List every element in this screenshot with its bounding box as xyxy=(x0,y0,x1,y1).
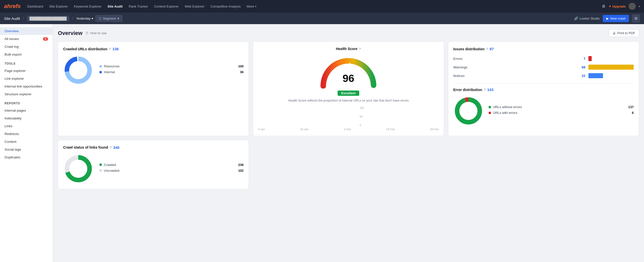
site-selector[interactable]: ████████████████ xyxy=(27,16,69,21)
issues-count: 97 xyxy=(490,47,494,51)
crawl-status-donut xyxy=(63,154,93,184)
warnings-row: Warnings 68 xyxy=(453,65,634,70)
internal-legend-item: Internal 36 xyxy=(99,70,244,74)
how-to-use-link[interactable]: ? How to use xyxy=(85,31,107,35)
sidebar-item-overview[interactable]: Overview xyxy=(0,27,53,35)
sidebar-item-content[interactable]: Content xyxy=(0,138,53,146)
tools-section-label: Tools xyxy=(0,58,53,67)
excellent-badge: Excellent xyxy=(338,91,359,96)
crawl-status-donut-area: Crawled 238 Uncrawled 102 xyxy=(63,154,244,184)
page-title-area: Overview ? How to use xyxy=(58,30,107,36)
sidebar-item-page-explorer[interactable]: Page explorer xyxy=(0,67,53,75)
crawl-status-count: 340 xyxy=(113,145,119,150)
print-icon: 🖨 xyxy=(613,31,616,35)
monitor-icon[interactable]: 🖥 xyxy=(601,4,606,9)
errors-bar-container xyxy=(588,56,634,61)
error-distribution-donut xyxy=(453,96,484,126)
nav-rank-tracker[interactable]: Rank Tracker xyxy=(126,3,150,10)
sidebar-item-structure-explorer[interactable]: Structure explorer xyxy=(0,90,53,98)
error-distribution-help-icon[interactable]: ? xyxy=(484,88,486,92)
nav-content-explorer[interactable]: Content Explorer xyxy=(152,3,181,10)
top-navigation: ahrefs Dashboard Site Explorer Keywords … xyxy=(0,0,644,13)
notices-bar xyxy=(588,73,603,78)
nav-competitive-analysis[interactable]: Competitive Analysis xyxy=(208,3,243,10)
separator-2: / xyxy=(72,16,73,20)
sidebar-item-crawl-log[interactable]: Crawl log xyxy=(0,43,53,51)
crawl-status-legend: Crawled 238 Uncrawled 102 xyxy=(99,163,244,174)
sidebar-item-internal-pages[interactable]: Internal pages xyxy=(0,107,53,114)
issues-help-icon[interactable]: ? xyxy=(486,47,488,51)
segment-icon: ⬡ xyxy=(99,17,101,20)
sidebar: Overview All issues 5 Crawl log Bulk exp… xyxy=(0,24,53,262)
crawled-legend-item: Crawled 238 xyxy=(99,163,244,167)
with-errors-value: 6 xyxy=(632,111,634,115)
sidebar-item-bulk-export[interactable]: Bulk export xyxy=(0,51,53,58)
period-selector[interactable]: Yesterday ▾ xyxy=(76,17,93,20)
warnings-bar xyxy=(588,65,634,70)
health-score-help-icon[interactable]: ? xyxy=(359,47,361,51)
subnav-right-area: 🔗 Looker Studio ▶ New crawl ⚙ xyxy=(574,14,640,22)
looker-icon: 🔗 xyxy=(574,17,578,20)
nav-web-explorer[interactable]: Web Explorer xyxy=(182,3,207,10)
health-score-description: Health Score reflects the proportion of … xyxy=(288,98,409,103)
crawled-urls-donut-area: Resources 100 Internal 36 xyxy=(63,55,244,85)
error-distribution-donut-area: URLs without errors 137 URLs with errors… xyxy=(453,96,634,126)
sidebar-item-redirects[interactable]: Redirects xyxy=(0,130,53,138)
avatar[interactable] xyxy=(629,3,636,10)
no-errors-legend-item: URLs without errors 137 xyxy=(489,105,634,109)
crawled-urls-card: Crawled URLs distribution ? 136 xyxy=(58,41,249,136)
sidebar-item-social-tags[interactable]: Social tags xyxy=(0,146,53,153)
page-title: Overview xyxy=(58,30,83,36)
issues-rows: Errors 7 Warnings 68 Notic xyxy=(453,56,634,78)
dashboard-grid: Crawled URLs distribution ? 136 xyxy=(58,41,639,136)
error-distribution-section: Error distribution ? 143 xyxy=(453,83,634,126)
nav-dashboard[interactable]: Dashboard xyxy=(25,3,46,10)
sidebar-item-duplicates[interactable]: Duplicates xyxy=(0,153,53,161)
second-row-grid: Crawl status of links found ? 340 xyxy=(58,140,639,189)
nav-more[interactable]: More ▾ xyxy=(244,3,259,10)
timeline-x-labels: 4 Jan 18 Jan 1 Feb 15 Feb 29 Feb xyxy=(258,128,438,131)
sidebar-item-internal-link-opportunities[interactable]: Internal link opportunities xyxy=(0,82,53,90)
period-chevron-icon: ▾ xyxy=(92,17,93,20)
new-crawl-button[interactable]: ▶ New crawl xyxy=(603,15,629,22)
gear-icon: ⚙ xyxy=(634,16,638,21)
crawl-status-help-icon[interactable]: ? xyxy=(110,146,112,149)
print-to-pdf-button[interactable]: 🖨 Print to PDF xyxy=(609,29,639,37)
sidebar-item-indexability[interactable]: Indexability xyxy=(0,114,53,122)
resources-value: 100 xyxy=(238,64,244,68)
svg-point-2 xyxy=(70,62,87,78)
upgrade-button[interactable]: ✦ Upgrade xyxy=(609,5,626,8)
sidebar-item-link-explorer[interactable]: Link explorer xyxy=(0,75,53,82)
crawled-urls-help-icon[interactable]: ? xyxy=(109,47,111,51)
reports-section-label: Reports xyxy=(0,98,53,107)
main-content: Overview ? How to use 🖨 Print to PDF Cra… xyxy=(53,24,644,262)
error-distribution-legend: URLs without errors 137 URLs with errors… xyxy=(489,105,634,117)
uncrawled-legend-item: Uncrawled 102 xyxy=(99,169,244,172)
issues-distribution-title: Issues distribution ? 97 xyxy=(453,47,634,51)
logo[interactable]: ahrefs xyxy=(4,3,21,10)
error-distribution-title: Error distribution ? 143 xyxy=(453,88,634,92)
svg-point-9 xyxy=(70,160,87,177)
health-timeline: 100 50 0 xyxy=(340,107,356,127)
segment-selector[interactable]: ⬡ Segment ▾ xyxy=(95,15,123,22)
crawl-status-card: Crawl status of links found ? 340 xyxy=(58,140,249,189)
health-score-gauge: 96 xyxy=(318,56,379,89)
plus-icon: ✦ xyxy=(609,5,611,8)
crawled-urls-legend: Resources 100 Internal 36 xyxy=(99,64,244,76)
errors-row: Errors 7 xyxy=(453,56,634,61)
nav-site-audit[interactable]: Site Audit xyxy=(105,3,125,10)
crawl-status-title: Crawl status of links found ? 340 xyxy=(63,145,244,150)
segment-chevron-icon: ▾ xyxy=(117,17,119,20)
account-chevron-icon[interactable]: ▾ xyxy=(639,5,640,8)
subnav-title: Site Audit xyxy=(4,16,20,21)
looker-studio-button[interactable]: 🔗 Looker Studio xyxy=(574,17,600,20)
notices-count: 22 xyxy=(578,74,585,78)
nav-site-explorer[interactable]: Site Explorer xyxy=(47,3,70,10)
settings-button[interactable]: ⚙ xyxy=(632,14,640,22)
nav-keywords-explorer[interactable]: Keywords Explorer xyxy=(71,3,104,10)
crawled-value: 238 xyxy=(238,163,244,167)
sidebar-item-all-issues[interactable]: All issues 5 xyxy=(0,35,53,43)
sidebar-item-links[interactable]: Links xyxy=(0,122,53,130)
no-errors-value: 137 xyxy=(628,105,634,109)
main-layout: Overview All issues 5 Crawl log Bulk exp… xyxy=(0,24,644,262)
